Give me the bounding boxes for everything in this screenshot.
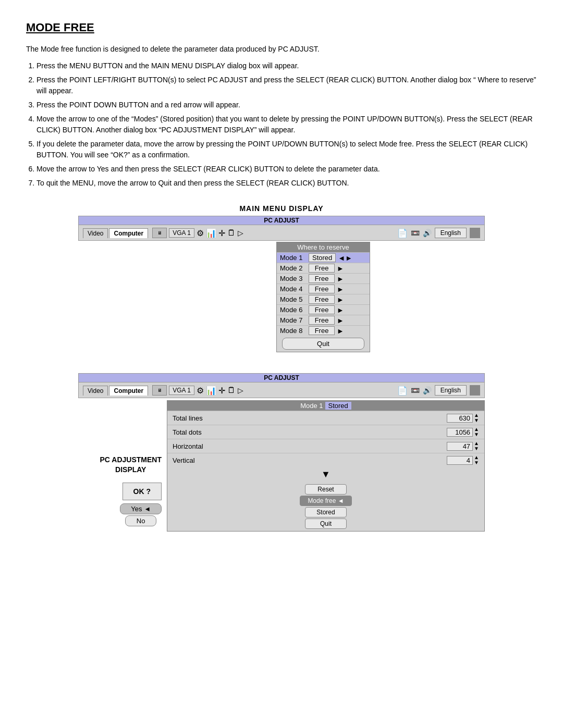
- yes-button[interactable]: Yes ◄: [120, 503, 162, 514]
- step-1: Press the MENU BUTTON and the MAIN MENU …: [36, 60, 537, 71]
- menu-square2: [470, 385, 480, 396]
- step-2: Press the POINT LEFT/RIGHT BUTTON(s) to …: [36, 75, 537, 96]
- mode-row-2[interactable]: Mode 2Free►: [277, 263, 370, 273]
- adjust-arrows[interactable]: ▲▼: [474, 455, 479, 465]
- reset-button[interactable]: Reset: [305, 484, 347, 495]
- mode-val: Free: [309, 274, 335, 283]
- icon-speaker2: 🔊: [423, 386, 432, 394]
- mode-name: Mode 7: [280, 316, 309, 324]
- action-buttons: ResetMode free ◄StoredQuit: [167, 482, 484, 531]
- icon-cross2: ✛: [218, 386, 225, 396]
- scroll-down-arrow: ▼: [167, 467, 484, 482]
- adjust-arrows[interactable]: ▲▼: [474, 413, 479, 423]
- tab2-computer[interactable]: Computer: [109, 386, 148, 396]
- stored-button[interactable]: Stored: [305, 507, 347, 517]
- adjust-value: 1056: [447, 428, 473, 437]
- icon-cassette2: 📼: [411, 386, 420, 394]
- language2-label: English: [435, 385, 467, 396]
- menubar2-title: PC ADJUST: [79, 374, 484, 382]
- mode-val: Free: [309, 295, 335, 304]
- where-reserve-container: Where to reserveMode 1Stored◄►Mode 2Free…: [78, 242, 485, 352]
- menubar1-title: PC ADJUST: [79, 216, 484, 225]
- pc-adjust-left: PC ADJUSTMENTDISPLAY OK ? Yes ◄No: [78, 400, 162, 532]
- icon-monitor: 🖥: [152, 228, 167, 238]
- ok-yes-no: Yes ◄No: [120, 503, 162, 526]
- adjust-value: 4: [447, 456, 473, 465]
- mode-row-3[interactable]: Mode 3Free►: [277, 273, 370, 283]
- vga2-label: VGA 1: [169, 386, 194, 395]
- mode1-header: Mode 1 Stored: [167, 401, 484, 411]
- menubar2: PC ADJUST Video Computer 🖥 VGA 1 ⚙ 📊 ✛ 🗒…: [78, 373, 485, 398]
- mode-val: Free: [309, 264, 335, 273]
- adjust-arrows[interactable]: ▲▼: [474, 427, 479, 437]
- mode-row-5[interactable]: Mode 5Free►: [277, 294, 370, 304]
- arrow-right-icon: ►: [337, 327, 344, 335]
- tab-video[interactable]: Video: [83, 228, 108, 238]
- mode-free-button[interactable]: Mode free ◄: [300, 496, 351, 506]
- selected-arrow-icon: ◄: [142, 505, 151, 513]
- mode-val: Free: [309, 326, 335, 335]
- icon-cassette: 📼: [411, 229, 420, 237]
- arrow-right-icon: ►: [337, 275, 344, 283]
- mode-name: Mode 4: [280, 285, 309, 293]
- adjust-value: 630: [447, 414, 473, 423]
- mode1-label: Mode 1: [300, 402, 323, 410]
- icon-monitor2: 🖥: [152, 385, 167, 396]
- steps-list: Press the MENU BUTTON and the MAIN MENU …: [36, 60, 537, 189]
- quit-button[interactable]: Quit: [282, 338, 364, 350]
- mode-row-7[interactable]: Mode 7Free►: [277, 315, 370, 325]
- where-reserve-dropdown: Where to reserveMode 1Stored◄►Mode 2Free…: [276, 242, 370, 352]
- pc-adjustment-label: PC ADJUSTMENTDISPLAY: [100, 455, 162, 475]
- mode-row-1[interactable]: Mode 1Stored◄►: [277, 252, 370, 263]
- vga-label: VGA 1: [169, 228, 194, 238]
- ok-box: OK ?: [123, 483, 162, 500]
- diagram1-section: MAIN MENU DISPLAY PC ADJUST Video Comput…: [26, 204, 537, 352]
- step-4: Move the arrow to one of the “Modes” (St…: [36, 114, 537, 135]
- mode-row-4[interactable]: Mode 4Free►: [277, 283, 370, 294]
- mode-row-8[interactable]: Mode 8Free►: [277, 325, 370, 336]
- icon-gear: ⚙: [197, 228, 204, 238]
- adjust-label: Vertical: [173, 456, 447, 464]
- icon-bars: 📊: [206, 228, 216, 238]
- tab2-video[interactable]: Video: [83, 386, 108, 396]
- mode-name: Mode 3: [280, 275, 309, 282]
- arrow-right-icon: ►: [337, 316, 344, 325]
- adjust-row-0: Total lines630▲▼: [167, 411, 484, 425]
- no-button[interactable]: No: [125, 515, 156, 526]
- quit-button[interactable]: Quit: [305, 519, 347, 529]
- icon-arrow-right: ▷: [238, 229, 243, 237]
- language-label: English: [435, 228, 467, 238]
- icon-speaker: 🔊: [423, 229, 432, 237]
- adjust-row-3: Vertical4▲▼: [167, 453, 484, 467]
- menu-square: [470, 228, 480, 238]
- mode-row-6[interactable]: Mode 6Free►: [277, 304, 370, 315]
- pc-adjust-panel: PC ADJUSTMENTDISPLAY OK ? Yes ◄No Mode 1…: [78, 400, 485, 532]
- menubar1-inner: Video Computer 🖥 VGA 1 ⚙ 📊 ✛ 🗒 ▷ 📄 📼 🔊 E…: [83, 228, 480, 238]
- mode-name: Mode 6: [280, 306, 309, 314]
- mode-val: Free: [309, 285, 335, 293]
- step-6: Move the arrow to Yes and then press the…: [36, 164, 537, 175]
- pc-adjust-right: Mode 1 StoredTotal lines630▲▼Total dots1…: [167, 400, 485, 532]
- step-3: Press the POINT DOWN BUTTON and a red ar…: [36, 100, 537, 110]
- where-reserve-offset: [193, 242, 276, 352]
- step-5: If you delete the parameter data, move t…: [36, 139, 537, 161]
- icon-copy2: 🗒: [227, 386, 236, 395]
- mode-val: Free: [309, 305, 335, 314]
- menubar2-inner: Video Computer 🖥 VGA 1 ⚙ 📊 ✛ 🗒 ▷ 📄 📼 🔊 E…: [83, 385, 480, 396]
- adjust-row-2: Horizontal47▲▼: [167, 439, 484, 453]
- icon-arrow-right2: ▷: [238, 386, 243, 394]
- adjust-arrows[interactable]: ▲▼: [474, 441, 479, 451]
- icon-gear2: ⚙: [197, 386, 204, 396]
- adjust-label: Horizontal: [173, 442, 447, 450]
- icon-cross: ✛: [218, 228, 225, 238]
- adjust-row-1: Total dots1056▲▼: [167, 425, 484, 439]
- mode-name: Mode 1: [280, 254, 309, 262]
- arrow-right-icon: ►: [337, 295, 344, 304]
- selected-indicator-icon: ◄: [336, 497, 344, 504]
- arrow-right-icon: ►: [337, 264, 344, 273]
- mode1-value: Stored: [325, 402, 351, 410]
- tab-computer[interactable]: Computer: [109, 228, 148, 238]
- icon-page2: 📄: [397, 386, 408, 396]
- intro-text: The Mode free function is designed to de…: [26, 45, 537, 53]
- arrow-right-icon: ►: [337, 306, 344, 314]
